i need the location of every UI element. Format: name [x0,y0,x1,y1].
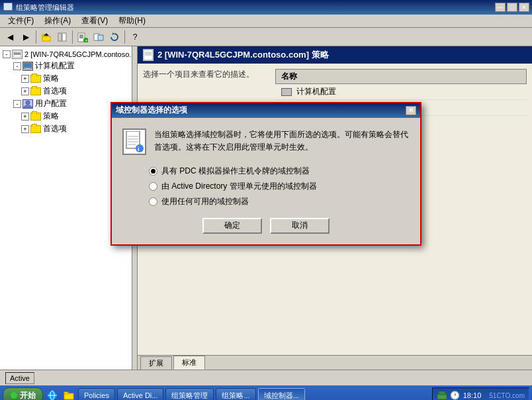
tree-expand-policy1[interactable]: + [21,75,29,83]
tree-item-policy2-label: 策略 [43,111,59,122]
table-header: 名称 [275,69,527,84]
tree-expand-prefs1[interactable]: + [21,87,29,95]
taskbar: 开始 Policies Active Di... 组策略管理 组策略... 域控… [0,385,532,400]
svg-rect-35 [439,391,445,395]
status-label: Active [10,374,30,382]
radio-option-0[interactable]: 具有 PDC 模拟器操作主机令牌的域控制器 [149,166,410,177]
computer-row-icon [281,87,292,97]
toolbar-separator-2 [72,30,73,44]
tree-item-policy1-label: 策略 [43,73,59,84]
radio-label-0: 具有 PDC 模拟器操作主机令牌的域控制器 [161,166,310,177]
user-icon [22,99,33,109]
folder-icon-policy1 [30,75,41,83]
svg-rect-33 [64,392,68,394]
menu-view[interactable]: 查看(V) [76,14,113,28]
computer-icon [22,62,33,71]
svg-text:+: + [85,38,88,42]
radio-button-2[interactable] [149,197,157,206]
radio-option-2[interactable]: 使用任何可用的域控制器 [149,196,410,207]
radio-button-0[interactable] [149,167,157,175]
tab-standard[interactable]: 标准 [173,356,205,370]
show-hide-button[interactable] [55,30,69,44]
tree-item-computer-label: 计算机配置 [35,60,75,72]
table-row[interactable]: 计算机配置 [275,84,527,100]
svg-marker-15 [112,32,114,35]
maximize-button[interactable]: □ [507,3,517,12]
svg-rect-2 [42,36,50,41]
quick-launch-folder[interactable] [62,388,76,400]
start-label: 开始 [20,390,36,401]
modal-close-button[interactable]: ✕ [406,106,416,115]
tree-expand-policy2[interactable]: + [21,113,29,121]
tab-extend[interactable]: 扩展 [140,356,172,370]
tree-item-root-label: 2 [WIN-7QR4L5GCJPM.contoso.c... [24,50,132,58]
folder-icon-policy2 [30,113,41,121]
svg-rect-22 [24,70,31,70]
minimize-button[interactable]: — [495,3,506,12]
window-title: 组策略管理编辑器 [16,3,495,13]
toolbar: ◀ ▶ + [0,28,532,46]
taskbar-btn-gpo-edit[interactable]: 组策略... [216,388,255,400]
menu-help[interactable]: 帮助(H) [113,14,151,28]
modal-title: 域控制器选择的选项 [116,105,406,116]
close-button[interactable]: ✕ [519,3,529,12]
toolbar-separator-1 [36,30,36,44]
svg-rect-20 [24,63,32,68]
radio-label-2: 使用任何可用的域控制器 [161,196,249,207]
back-button[interactable]: ◀ [3,30,17,44]
tabs-bar: 扩展 标准 [138,355,532,370]
radio-option-1[interactable]: 由 Active Directory 管理单元使用的域控制器 [149,181,410,192]
content-title: 2 [WIN-7QR4L5GCJPM.contoso.com] 策略 [157,49,329,61]
taskbar-btn-dc[interactable]: 域控制器... [258,388,305,400]
tree-item-prefs2-label: 首选项 [43,123,67,134]
svg-point-28 [11,392,17,399]
taskbar-btn-policies[interactable]: Policies [78,388,115,400]
modal-content: i 当组策略选择域控制器时，它将使用下面所选的选项。可能有策略会替代首选项。这将… [112,118,420,244]
app-icon [3,2,13,13]
tree-expand-user[interactable]: - [13,100,21,108]
cancel-button[interactable]: 取消 [270,218,330,234]
tree-expand-root[interactable]: - [3,50,11,58]
tray-clock-icon: 🕐 [450,390,461,400]
up-button[interactable] [39,30,54,44]
tree-item-prefs-1[interactable]: + 首选项 [0,85,132,97]
content-header: 2 [WIN-7QR4L5GCJPM.contoso.com] 策略 [138,46,532,64]
modal-options: 具有 PDC 模拟器操作主机令牌的域控制器 由 Active Directory… [149,166,410,207]
svg-point-41 [136,144,144,152]
taskbar-btn-activedi[interactable]: Active Di... [117,388,164,400]
svg-rect-1 [5,4,11,9]
window-controls: — □ ✕ [495,3,529,12]
svg-rect-5 [58,33,62,41]
tray-network-icon [437,390,447,400]
modal-title-bar: 域控制器选择的选项 ✕ [112,103,420,118]
new-gpo-button[interactable]: + [75,30,90,44]
svg-point-23 [26,101,30,105]
radio-button-1[interactable] [149,182,157,191]
menu-file[interactable]: 文件(F) [3,14,39,28]
link-gpo-button[interactable] [91,30,106,44]
column-name-header: 名称 [281,71,297,82]
tree-expand-prefs2[interactable]: + [21,125,29,133]
quick-launch-ie[interactable] [45,388,60,400]
modal-description: 当组策略选择域控制器时，它将使用下面所选的选项。可能有策略会替代首选项。这将在下… [154,128,410,155]
forward-button[interactable]: ▶ [19,30,33,44]
tree-item-computer-config[interactable]: - 计算机配置 [0,60,132,72]
menu-bar: 文件(F) 操作(A) 查看(V) 帮助(H) [0,15,532,28]
tree-item-root[interactable]: - 2 [WIN-7QR4L5GCJPM.contoso.c... [0,49,132,60]
title-bar: 组策略管理编辑器 — □ ✕ [0,0,532,15]
tree-expand-computer[interactable]: - [13,62,21,70]
watermark: 51CTO.com [489,392,525,399]
svg-rect-21 [26,68,30,70]
refresh-button[interactable] [107,30,122,44]
toolbar-separator-3 [124,30,125,44]
confirm-button[interactable]: 确定 [202,218,262,234]
start-button[interactable]: 开始 [3,387,43,400]
help-button[interactable]: ? [128,30,142,44]
confirm-label: 确定 [224,220,240,231]
content-doc-icon [143,49,154,61]
taskbar-btn-gpo-manage[interactable]: 组策略管理 [165,388,214,400]
modal-dialog: 域控制器选择的选项 ✕ i 当组策略选择域控制器时，它将使用下面所选的选项。可 [111,102,421,246]
description-text: 选择一个项目来查看它的描述。 [143,70,254,79]
menu-action[interactable]: 操作(A) [39,14,76,28]
tree-item-policy-1[interactable]: + 策略 [0,72,132,85]
